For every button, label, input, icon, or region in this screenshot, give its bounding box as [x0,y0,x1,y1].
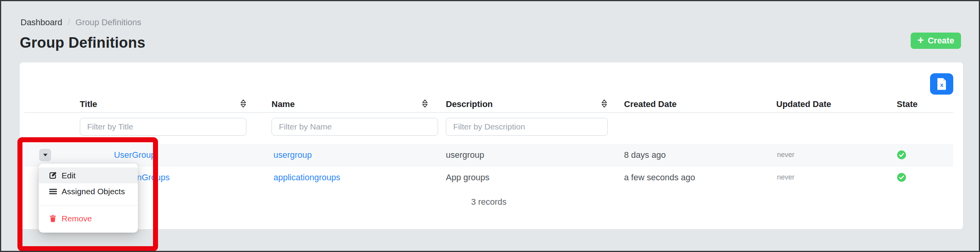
breadcrumb: Dashboard/Group Definitions [21,17,141,28]
list-icon [49,188,57,195]
column-header-description[interactable]: Description [446,97,493,111]
edit-icon [49,171,57,180]
row-created-date: 8 days ago [624,144,666,166]
row-updated-date: never [777,166,794,188]
caret-down-icon [43,154,48,157]
export-excel-button[interactable]: x [930,73,953,95]
row-updated-date: never [777,144,794,166]
sort-icon-title[interactable] [240,99,246,108]
row-title-link[interactable]: UserGroup [71,144,199,166]
breadcrumb-dashboard[interactable]: Dashboard [21,17,62,27]
row-created-date: a few seconds ago [624,166,695,188]
create-button-label: Create [928,36,954,46]
table-row: UserGroup usergroup usergroup 8 days ago… [24,144,953,166]
trash-icon [49,215,57,222]
menu-item-label: Edit [62,171,76,180]
plus-icon: + [918,35,924,46]
column-header-title[interactable]: Title [80,97,97,111]
row-description: usergroup [446,144,484,166]
check-circle-icon [897,173,906,182]
menu-item-remove[interactable]: Remove [39,211,138,226]
filter-title-input[interactable] [80,118,246,136]
records-count: 3 records [24,188,953,216]
sort-icon-name[interactable] [422,99,428,108]
menu-divider [39,205,138,206]
check-circle-icon [897,150,906,159]
create-button[interactable]: + Create [911,33,961,49]
sort-icon-description[interactable] [601,99,607,108]
svg-text:x: x [940,81,944,88]
menu-item-label: Assigned Objects [62,187,125,196]
app-window: Dashboard/Group Definitions Group Defini… [0,0,980,252]
row-actions-toggle-button[interactable] [39,149,51,161]
column-header-state: State [897,97,918,111]
page-title: Group Definitions [20,34,145,52]
column-header-name[interactable]: Name [272,97,295,111]
column-header-created-date: Created Date [624,97,677,111]
row-actions-dropdown-menu: Edit Assigned Objects Remove [39,164,138,233]
table-row: ApplicationGroups applicationgroups App … [24,166,953,188]
filter-description-input[interactable] [446,118,608,136]
menu-item-label: Remove [62,214,92,223]
header-divider [24,112,953,113]
excel-file-icon: x [936,78,947,90]
menu-item-edit[interactable]: Edit [39,167,138,183]
row-name-link[interactable]: applicationgroups [273,166,340,188]
row-description: App groups [446,166,490,188]
menu-item-assigned-objects[interactable]: Assigned Objects [39,183,138,199]
column-header-updated-date: Updated Date [776,97,831,111]
breadcrumb-group-definitions: Group Definitions [76,17,141,27]
filter-name-input[interactable] [272,118,438,136]
row-name-link[interactable]: usergroup [273,144,312,166]
breadcrumb-separator: / [68,17,70,27]
